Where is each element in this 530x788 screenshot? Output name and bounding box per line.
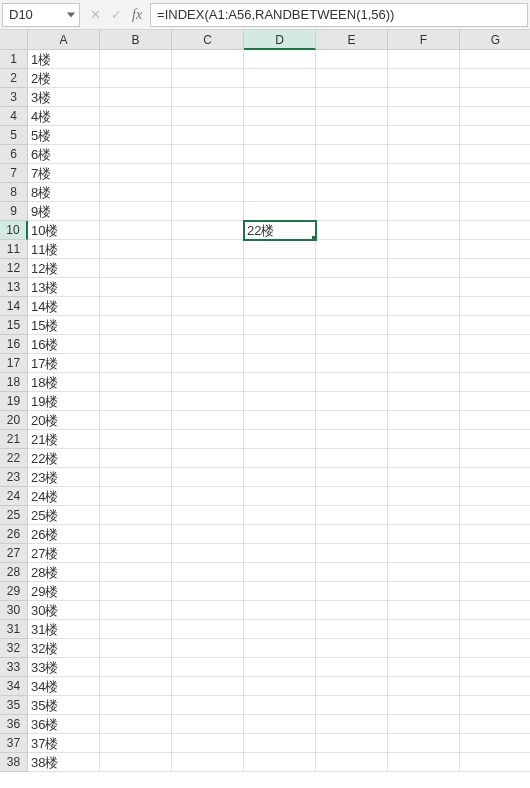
cell-C6[interactable] bbox=[172, 145, 244, 164]
cell-G14[interactable] bbox=[460, 297, 530, 316]
cell-B13[interactable] bbox=[100, 278, 172, 297]
cell-grid[interactable]: 1楼2楼3楼4楼5楼6楼7楼8楼9楼10楼22楼11楼12楼13楼14楼15楼1… bbox=[28, 50, 530, 772]
cell-G12[interactable] bbox=[460, 259, 530, 278]
cell-G5[interactable] bbox=[460, 126, 530, 145]
cell-C8[interactable] bbox=[172, 183, 244, 202]
cell-G32[interactable] bbox=[460, 639, 530, 658]
column-header-G[interactable]: G bbox=[460, 30, 530, 50]
cell-E17[interactable] bbox=[316, 354, 388, 373]
row-header-20[interactable]: 20 bbox=[0, 411, 28, 430]
row-header-23[interactable]: 23 bbox=[0, 468, 28, 487]
cell-D29[interactable] bbox=[244, 582, 316, 601]
cell-E7[interactable] bbox=[316, 164, 388, 183]
cell-D20[interactable] bbox=[244, 411, 316, 430]
cell-C33[interactable] bbox=[172, 658, 244, 677]
cell-G10[interactable] bbox=[460, 221, 530, 240]
cell-E25[interactable] bbox=[316, 506, 388, 525]
cell-F38[interactable] bbox=[388, 753, 460, 772]
cell-F5[interactable] bbox=[388, 126, 460, 145]
cell-E2[interactable] bbox=[316, 69, 388, 88]
row-header-18[interactable]: 18 bbox=[0, 373, 28, 392]
cell-B28[interactable] bbox=[100, 563, 172, 582]
cell-G6[interactable] bbox=[460, 145, 530, 164]
cell-G31[interactable] bbox=[460, 620, 530, 639]
chevron-down-icon[interactable] bbox=[67, 12, 75, 17]
cell-F10[interactable] bbox=[388, 221, 460, 240]
cell-G9[interactable] bbox=[460, 202, 530, 221]
cell-E31[interactable] bbox=[316, 620, 388, 639]
cell-C30[interactable] bbox=[172, 601, 244, 620]
cell-F2[interactable] bbox=[388, 69, 460, 88]
cell-A30[interactable]: 30楼 bbox=[28, 601, 100, 620]
cell-D12[interactable] bbox=[244, 259, 316, 278]
cell-C34[interactable] bbox=[172, 677, 244, 696]
cancel-icon[interactable]: ✕ bbox=[90, 7, 101, 22]
cell-F35[interactable] bbox=[388, 696, 460, 715]
cell-B18[interactable] bbox=[100, 373, 172, 392]
cell-C23[interactable] bbox=[172, 468, 244, 487]
cell-E4[interactable] bbox=[316, 107, 388, 126]
cell-C9[interactable] bbox=[172, 202, 244, 221]
row-header-16[interactable]: 16 bbox=[0, 335, 28, 354]
cell-B10[interactable] bbox=[100, 221, 172, 240]
cell-C36[interactable] bbox=[172, 715, 244, 734]
column-header-F[interactable]: F bbox=[388, 30, 460, 50]
cell-A31[interactable]: 31楼 bbox=[28, 620, 100, 639]
cell-D37[interactable] bbox=[244, 734, 316, 753]
name-box[interactable]: D10 bbox=[2, 3, 80, 27]
cell-B1[interactable] bbox=[100, 50, 172, 69]
cell-F11[interactable] bbox=[388, 240, 460, 259]
cell-B29[interactable] bbox=[100, 582, 172, 601]
cell-B31[interactable] bbox=[100, 620, 172, 639]
cell-F20[interactable] bbox=[388, 411, 460, 430]
cell-F28[interactable] bbox=[388, 563, 460, 582]
cell-B15[interactable] bbox=[100, 316, 172, 335]
cell-A5[interactable]: 5楼 bbox=[28, 126, 100, 145]
cell-F30[interactable] bbox=[388, 601, 460, 620]
cell-B20[interactable] bbox=[100, 411, 172, 430]
cell-D21[interactable] bbox=[244, 430, 316, 449]
enter-icon[interactable]: ✓ bbox=[111, 7, 122, 22]
cell-C28[interactable] bbox=[172, 563, 244, 582]
cell-G28[interactable] bbox=[460, 563, 530, 582]
cell-A25[interactable]: 25楼 bbox=[28, 506, 100, 525]
cell-B23[interactable] bbox=[100, 468, 172, 487]
fill-handle[interactable] bbox=[312, 236, 316, 240]
cell-G4[interactable] bbox=[460, 107, 530, 126]
cell-C20[interactable] bbox=[172, 411, 244, 430]
cell-E20[interactable] bbox=[316, 411, 388, 430]
cell-D23[interactable] bbox=[244, 468, 316, 487]
cell-E9[interactable] bbox=[316, 202, 388, 221]
cell-G29[interactable] bbox=[460, 582, 530, 601]
cell-F23[interactable] bbox=[388, 468, 460, 487]
cell-F19[interactable] bbox=[388, 392, 460, 411]
cell-F9[interactable] bbox=[388, 202, 460, 221]
cell-F7[interactable] bbox=[388, 164, 460, 183]
cell-C7[interactable] bbox=[172, 164, 244, 183]
row-header-30[interactable]: 30 bbox=[0, 601, 28, 620]
cell-B2[interactable] bbox=[100, 69, 172, 88]
cell-D30[interactable] bbox=[244, 601, 316, 620]
cell-E3[interactable] bbox=[316, 88, 388, 107]
cell-G26[interactable] bbox=[460, 525, 530, 544]
formula-input[interactable]: =INDEX(A1:A56,RANDBETWEEN(1,56)) bbox=[150, 3, 528, 27]
cell-A21[interactable]: 21楼 bbox=[28, 430, 100, 449]
cell-E29[interactable] bbox=[316, 582, 388, 601]
cell-E21[interactable] bbox=[316, 430, 388, 449]
cell-D33[interactable] bbox=[244, 658, 316, 677]
cell-F15[interactable] bbox=[388, 316, 460, 335]
cell-E6[interactable] bbox=[316, 145, 388, 164]
cell-C25[interactable] bbox=[172, 506, 244, 525]
cell-E8[interactable] bbox=[316, 183, 388, 202]
cell-G20[interactable] bbox=[460, 411, 530, 430]
row-header-12[interactable]: 12 bbox=[0, 259, 28, 278]
cell-D15[interactable] bbox=[244, 316, 316, 335]
cell-C14[interactable] bbox=[172, 297, 244, 316]
cell-A32[interactable]: 32楼 bbox=[28, 639, 100, 658]
row-header-24[interactable]: 24 bbox=[0, 487, 28, 506]
cell-G22[interactable] bbox=[460, 449, 530, 468]
cell-F4[interactable] bbox=[388, 107, 460, 126]
row-header-17[interactable]: 17 bbox=[0, 354, 28, 373]
cell-D6[interactable] bbox=[244, 145, 316, 164]
cell-G36[interactable] bbox=[460, 715, 530, 734]
